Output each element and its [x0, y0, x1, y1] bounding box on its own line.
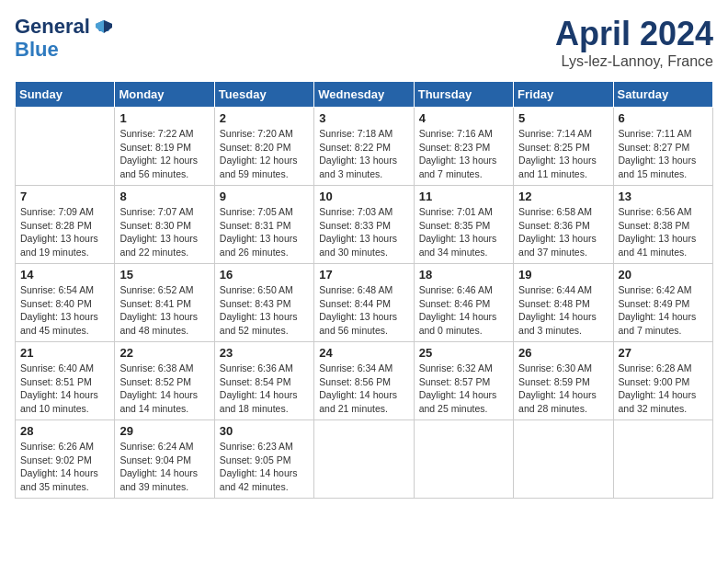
calendar-cell: 14Sunrise: 6:54 AM Sunset: 8:40 PM Dayli… [16, 264, 115, 342]
day-info: Sunrise: 7:18 AM Sunset: 8:22 PM Dayligh… [319, 127, 408, 181]
day-number: 1 [119, 111, 209, 125]
day-info: Sunrise: 6:54 AM Sunset: 8:40 PM Dayligh… [20, 283, 109, 338]
day-number: 19 [518, 268, 608, 282]
day-number: 23 [220, 346, 309, 360]
calendar-cell: 16Sunrise: 6:50 AM Sunset: 8:43 PM Dayli… [214, 264, 313, 342]
calendar-cell: 20Sunrise: 6:42 AM Sunset: 8:49 PM Dayli… [613, 264, 712, 342]
day-number: 10 [319, 190, 408, 203]
page-header: General Blue April 2024 Lys-lez-Lannoy, … [15, 15, 713, 70]
calendar-week-row: 1Sunrise: 7:22 AM Sunset: 8:19 PM Daylig… [16, 108, 713, 186]
calendar-cell: 28Sunrise: 6:26 AM Sunset: 9:02 PM Dayli… [16, 420, 115, 499]
day-number: 22 [119, 346, 209, 360]
day-number: 12 [518, 190, 608, 203]
calendar-cell: 26Sunrise: 6:30 AM Sunset: 8:59 PM Dayli… [514, 342, 613, 420]
logo: General Blue [15, 15, 116, 61]
logo-general: General [15, 16, 90, 38]
day-info: Sunrise: 6:52 AM Sunset: 8:41 PM Dayligh… [119, 283, 209, 338]
calendar-cell: 19Sunrise: 6:44 AM Sunset: 8:48 PM Dayli… [514, 264, 613, 342]
calendar-cell: 22Sunrise: 6:38 AM Sunset: 8:52 PM Dayli… [115, 342, 214, 420]
calendar-cell: 1Sunrise: 7:22 AM Sunset: 8:19 PM Daylig… [115, 108, 214, 186]
calendar-header-friday: Friday [514, 82, 613, 108]
logo-icon [92, 15, 116, 39]
calendar-header-thursday: Thursday [414, 82, 513, 108]
calendar-cell: 12Sunrise: 6:58 AM Sunset: 8:36 PM Dayli… [514, 186, 613, 264]
calendar-cell: 25Sunrise: 6:32 AM Sunset: 8:57 PM Dayli… [414, 342, 513, 420]
day-number: 17 [319, 268, 408, 282]
day-info: Sunrise: 6:36 AM Sunset: 8:54 PM Dayligh… [220, 362, 309, 416]
calendar-cell: 9Sunrise: 7:05 AM Sunset: 8:31 PM Daylig… [214, 186, 313, 264]
day-number: 8 [119, 190, 209, 203]
calendar-cell: 15Sunrise: 6:52 AM Sunset: 8:41 PM Dayli… [115, 264, 214, 342]
day-info: Sunrise: 7:14 AM Sunset: 8:25 PM Dayligh… [518, 127, 608, 181]
calendar-cell: 27Sunrise: 6:28 AM Sunset: 9:00 PM Dayli… [613, 342, 712, 420]
day-info: Sunrise: 6:46 AM Sunset: 8:46 PM Dayligh… [419, 283, 508, 338]
day-info: Sunrise: 6:30 AM Sunset: 8:59 PM Dayligh… [518, 362, 608, 416]
day-info: Sunrise: 6:56 AM Sunset: 8:38 PM Dayligh… [619, 205, 708, 259]
calendar-cell: 18Sunrise: 6:46 AM Sunset: 8:46 PM Dayli… [414, 264, 513, 342]
calendar-cell [314, 420, 414, 499]
calendar-cell: 24Sunrise: 6:34 AM Sunset: 8:56 PM Dayli… [314, 342, 414, 420]
calendar-cell: 17Sunrise: 6:48 AM Sunset: 8:44 PM Dayli… [314, 264, 414, 342]
calendar-header-wednesday: Wednesday [314, 82, 414, 108]
day-info: Sunrise: 6:26 AM Sunset: 9:02 PM Dayligh… [20, 440, 109, 494]
month-title: April 2024 [555, 15, 713, 53]
day-info: Sunrise: 6:58 AM Sunset: 8:36 PM Dayligh… [518, 205, 608, 259]
day-info: Sunrise: 7:03 AM Sunset: 8:33 PM Dayligh… [319, 205, 408, 259]
calendar-cell [613, 420, 712, 499]
calendar-cell: 13Sunrise: 6:56 AM Sunset: 8:38 PM Dayli… [613, 186, 712, 264]
day-info: Sunrise: 6:40 AM Sunset: 8:51 PM Dayligh… [20, 362, 109, 416]
day-number: 7 [20, 190, 109, 203]
day-number: 4 [419, 111, 508, 125]
calendar-week-row: 7Sunrise: 7:09 AM Sunset: 8:28 PM Daylig… [16, 186, 713, 264]
calendar-cell: 21Sunrise: 6:40 AM Sunset: 8:51 PM Dayli… [16, 342, 115, 420]
calendar-week-row: 14Sunrise: 6:54 AM Sunset: 8:40 PM Dayli… [16, 264, 713, 342]
day-number: 14 [20, 268, 109, 282]
day-number: 3 [319, 111, 408, 125]
day-info: Sunrise: 6:23 AM Sunset: 9:05 PM Dayligh… [220, 440, 309, 494]
day-info: Sunrise: 6:38 AM Sunset: 8:52 PM Dayligh… [119, 362, 209, 416]
day-info: Sunrise: 7:09 AM Sunset: 8:28 PM Dayligh… [20, 205, 109, 259]
title-area: April 2024 Lys-lez-Lannoy, France [555, 15, 713, 70]
calendar-cell: 5Sunrise: 7:14 AM Sunset: 8:25 PM Daylig… [514, 108, 613, 186]
calendar-cell: 3Sunrise: 7:18 AM Sunset: 8:22 PM Daylig… [314, 108, 414, 186]
day-info: Sunrise: 7:01 AM Sunset: 8:35 PM Dayligh… [419, 205, 508, 259]
calendar-cell: 7Sunrise: 7:09 AM Sunset: 8:28 PM Daylig… [16, 186, 115, 264]
day-info: Sunrise: 7:11 AM Sunset: 8:27 PM Dayligh… [619, 127, 708, 181]
calendar-week-row: 21Sunrise: 6:40 AM Sunset: 8:51 PM Dayli… [16, 342, 713, 420]
day-number: 13 [619, 190, 708, 203]
day-number: 6 [619, 111, 708, 125]
location: Lys-lez-Lannoy, France [555, 53, 713, 70]
day-info: Sunrise: 6:32 AM Sunset: 8:57 PM Dayligh… [419, 362, 508, 416]
day-info: Sunrise: 6:24 AM Sunset: 9:04 PM Dayligh… [119, 440, 209, 494]
day-number: 5 [518, 111, 608, 125]
day-info: Sunrise: 6:50 AM Sunset: 8:43 PM Dayligh… [220, 283, 309, 338]
day-info: Sunrise: 7:05 AM Sunset: 8:31 PM Dayligh… [220, 205, 309, 259]
calendar-cell: 11Sunrise: 7:01 AM Sunset: 8:35 PM Dayli… [414, 186, 513, 264]
day-number: 20 [619, 268, 708, 282]
day-number: 30 [220, 424, 309, 438]
calendar-header-row: SundayMondayTuesdayWednesdayThursdayFrid… [16, 82, 713, 108]
day-number: 26 [518, 346, 608, 360]
calendar-cell: 2Sunrise: 7:20 AM Sunset: 8:20 PM Daylig… [214, 108, 313, 186]
calendar-cell: 23Sunrise: 6:36 AM Sunset: 8:54 PM Dayli… [214, 342, 313, 420]
day-number: 11 [419, 190, 508, 203]
day-info: Sunrise: 6:28 AM Sunset: 9:00 PM Dayligh… [619, 362, 708, 416]
day-number: 2 [220, 111, 309, 125]
day-info: Sunrise: 7:20 AM Sunset: 8:20 PM Dayligh… [220, 127, 309, 181]
day-number: 25 [419, 346, 508, 360]
calendar-header-saturday: Saturday [613, 82, 712, 108]
day-number: 29 [119, 424, 209, 438]
day-info: Sunrise: 7:07 AM Sunset: 8:30 PM Dayligh… [119, 205, 209, 259]
day-number: 24 [319, 346, 408, 360]
calendar-cell: 8Sunrise: 7:07 AM Sunset: 8:30 PM Daylig… [115, 186, 214, 264]
calendar-cell: 4Sunrise: 7:16 AM Sunset: 8:23 PM Daylig… [414, 108, 513, 186]
calendar-cell: 10Sunrise: 7:03 AM Sunset: 8:33 PM Dayli… [314, 186, 414, 264]
day-number: 21 [20, 346, 109, 360]
day-number: 9 [220, 190, 309, 203]
day-number: 18 [419, 268, 508, 282]
day-number: 16 [220, 268, 309, 282]
calendar-cell [514, 420, 613, 499]
calendar-cell: 29Sunrise: 6:24 AM Sunset: 9:04 PM Dayli… [115, 420, 214, 499]
calendar-table: SundayMondayTuesdayWednesdayThursdayFrid… [15, 81, 713, 499]
day-info: Sunrise: 6:34 AM Sunset: 8:56 PM Dayligh… [319, 362, 408, 416]
